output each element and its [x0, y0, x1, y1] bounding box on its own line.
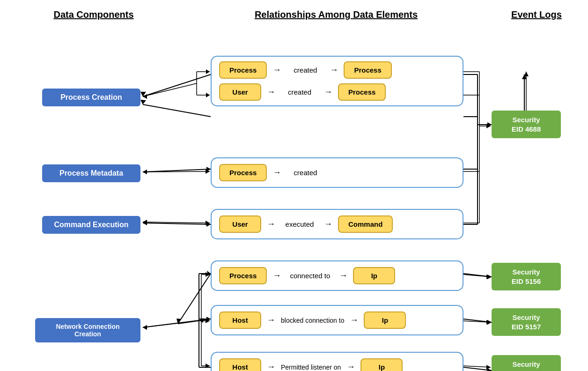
command-execution-text: Command Execution — [54, 221, 128, 229]
eid5156-text: Security EID 5156 — [512, 268, 541, 285]
group1-process-creation: Process → created → Process User → creat… — [211, 56, 463, 106]
rel-row-process-created-process: Process → created → Process — [219, 61, 455, 79]
svg-marker-60 — [143, 220, 147, 224]
arrow-4: → — [324, 87, 332, 97]
arrow-7: → — [324, 219, 332, 229]
rel-permitted-listener: Permitted listener on — [281, 364, 341, 371]
rel-row-host-blocked-ip: Host → blocked connection to → Ip — [219, 312, 455, 329]
svg-line-0 — [143, 74, 211, 96]
network-connection-text: Network Connection Creation — [56, 323, 119, 338]
rel-row-process-connected-ip: Process → connected to → Ip — [219, 267, 455, 284]
svg-marker-36 — [487, 320, 492, 325]
svg-line-24 — [178, 319, 211, 324]
rel-row-user-created-process: User → created → Process — [219, 83, 455, 101]
svg-marker-52 — [524, 72, 529, 76]
event-eid5156: Security EID 5156 — [492, 263, 561, 290]
svg-marker-38 — [487, 368, 492, 371]
arrow-8: → — [272, 271, 281, 281]
rel-connected-to: connected to — [287, 272, 333, 280]
svg-marker-18 — [206, 222, 211, 227]
svg-line-76 — [463, 366, 491, 367]
group3-command-execution: User → executed → Command — [211, 209, 463, 239]
arrow-2: → — [330, 65, 338, 75]
eid5157-text: Security EID 5157 — [512, 313, 541, 331]
svg-marker-34 — [487, 275, 492, 279]
rel-blocked-connection: blocked connection to — [281, 317, 344, 324]
entity-host-1: Host — [219, 312, 261, 329]
entity-ip-1: Ip — [353, 267, 395, 284]
rel-created-2: created — [281, 88, 318, 96]
rel-row-process-created: Process → created — [219, 164, 455, 181]
entity-process-1: Process — [219, 61, 267, 79]
rel-created-3: created — [287, 169, 324, 177]
arrow-3: → — [267, 87, 275, 97]
svg-line-67 — [143, 320, 201, 327]
header-data-components: Data Components — [53, 9, 133, 20]
diagram-container: Data Components Relationships Among Data… — [0, 0, 588, 371]
svg-line-13 — [143, 169, 211, 172]
svg-line-2 — [143, 104, 211, 117]
entity-command: Command — [338, 215, 393, 233]
svg-marker-50 — [486, 124, 491, 128]
header-relationships: Relationships Among Data Elements — [255, 9, 418, 20]
entity-user-1: User — [219, 83, 261, 101]
svg-marker-22 — [176, 319, 181, 324]
svg-line-30 — [143, 320, 199, 327]
svg-marker-32 — [199, 318, 203, 323]
svg-marker-17 — [143, 221, 147, 225]
arrow-6: → — [267, 219, 275, 229]
svg-marker-68 — [206, 272, 210, 277]
svg-marker-69 — [206, 319, 210, 323]
arrow-12: → — [267, 362, 275, 371]
svg-marker-8 — [487, 122, 492, 127]
svg-marker-77 — [486, 365, 491, 370]
svg-line-58 — [143, 222, 210, 223]
arrow-5: → — [272, 168, 281, 178]
svg-marker-45 — [143, 94, 147, 99]
event-eid5154: Security EID 5154 — [492, 355, 561, 371]
label-process-metadata: Process Metadata — [42, 164, 140, 182]
group4-process-connected-ip: Process → connected to → Ip — [211, 260, 463, 291]
arrow-11: → — [350, 315, 358, 325]
svg-marker-14 — [143, 170, 147, 174]
svg-marker-59 — [206, 221, 210, 225]
eid5154-text: Security EID 5154 — [512, 360, 541, 371]
svg-line-42 — [143, 83, 197, 96]
entity-process-3: Process — [338, 83, 386, 101]
group5-host-blocked-ip: Host → blocked connection to → Ip — [211, 305, 463, 335]
entity-process-4: Process — [219, 164, 267, 181]
entity-ip-2: Ip — [364, 312, 406, 329]
svg-line-72 — [463, 275, 491, 277]
svg-line-33 — [463, 274, 492, 277]
rel-row-host-permitted-ip: Host → Permitted listener on → Ip — [219, 358, 455, 371]
process-metadata-text: Process Metadata — [59, 169, 123, 177]
svg-line-53 — [143, 171, 210, 172]
arrow-1: → — [272, 65, 281, 75]
entity-process-5: Process — [219, 267, 267, 284]
svg-marker-15 — [206, 167, 211, 171]
svg-marker-31 — [143, 325, 147, 330]
header-event-logs: Event Logs — [511, 9, 562, 20]
label-process-creation: Process Creation — [42, 89, 140, 106]
entity-user-2: User — [219, 215, 261, 233]
svg-line-37 — [463, 367, 492, 371]
entity-ip-3: Ip — [360, 358, 403, 371]
group6-host-permitted-ip: Host → Permitted listener on → Ip — [211, 352, 463, 371]
rel-created-1: created — [287, 66, 324, 74]
svg-marker-55 — [143, 170, 147, 174]
svg-line-74 — [463, 321, 491, 322]
label-command-execution: Command Execution — [42, 216, 140, 234]
svg-marker-71 — [143, 325, 147, 330]
svg-marker-70 — [206, 364, 210, 368]
group2-process-metadata: Process → created — [211, 157, 463, 188]
event-eid5157: Security EID 5157 — [492, 308, 561, 336]
arrow-10: → — [267, 315, 275, 325]
svg-marker-43 — [206, 69, 210, 74]
arrow-13: → — [346, 362, 355, 371]
svg-marker-1 — [140, 92, 146, 96]
arrow-9: → — [339, 271, 347, 281]
svg-marker-10 — [522, 74, 527, 79]
label-network-connection: Network Connection Creation — [35, 318, 140, 342]
svg-line-21 — [178, 274, 211, 324]
svg-marker-75 — [486, 320, 491, 325]
